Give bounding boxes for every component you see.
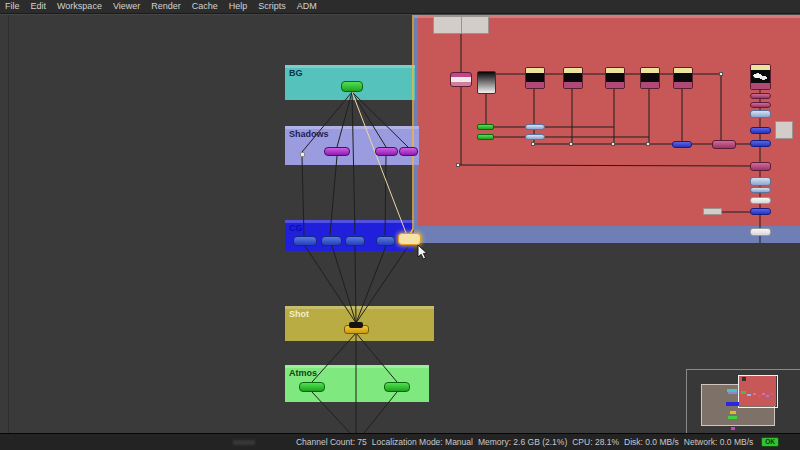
shuffle-blue-2[interactable] xyxy=(525,134,545,140)
read-node-3[interactable] xyxy=(605,67,625,89)
sticky-note-right[interactable] xyxy=(775,121,793,139)
mini-node xyxy=(728,392,737,394)
menu-render[interactable]: Render xyxy=(151,0,181,13)
backdrop-shadows-label: Shadows xyxy=(289,129,329,139)
mini-node xyxy=(730,411,736,414)
shuffle-blue-1[interactable] xyxy=(525,124,545,130)
shadows-node-3[interactable] xyxy=(399,147,418,156)
col-pink-3[interactable] xyxy=(750,162,771,171)
mini-node xyxy=(762,393,765,395)
mini-node xyxy=(726,402,739,406)
mini-node xyxy=(741,391,746,394)
menu-file[interactable]: File xyxy=(5,0,20,13)
mini-node xyxy=(758,395,761,397)
bg-node[interactable] xyxy=(341,81,363,92)
dot-node[interactable] xyxy=(300,152,305,157)
read-thumbnail xyxy=(606,73,624,82)
wire-junction xyxy=(531,142,535,146)
read-node-5[interactable] xyxy=(673,67,693,89)
col-lblue-2[interactable] xyxy=(750,177,771,186)
col-pink-2[interactable] xyxy=(750,102,771,108)
menu-bar: File Edit Workspace Viewer Render Cache … xyxy=(0,0,800,14)
col-lblue-1[interactable] xyxy=(750,110,771,118)
read-footer xyxy=(564,82,582,88)
read-thumbnail xyxy=(564,73,582,82)
shuffle-green-1[interactable] xyxy=(477,124,494,130)
faint-text-artifact xyxy=(233,440,255,445)
read-footer xyxy=(606,82,624,88)
read-thumbnail xyxy=(674,73,692,82)
mini-node xyxy=(747,394,751,396)
sticky-note[interactable] xyxy=(433,16,489,34)
menu-scripts[interactable]: Scripts xyxy=(258,0,286,13)
mouse-cursor xyxy=(417,245,429,261)
node-graph-panel[interactable]: BG Shadows CG Shot Atmos xyxy=(0,14,800,434)
backdrop-shot-label: Shot xyxy=(289,309,309,319)
cg-node-4[interactable] xyxy=(376,236,395,246)
grade-node-2[interactable] xyxy=(712,140,736,149)
backdrop-shadows[interactable]: Shadows xyxy=(285,126,419,165)
read-footer xyxy=(641,82,659,88)
cg-node-2[interactable] xyxy=(321,236,342,246)
read-node-cloud[interactable] xyxy=(750,64,771,90)
status-network: Network: 0.0 MB/s xyxy=(684,437,753,447)
menu-edit[interactable]: Edit xyxy=(31,0,47,13)
atmos-node-1[interactable] xyxy=(299,382,325,392)
sticky-note-bottom[interactable] xyxy=(703,208,722,215)
cg-node-3[interactable] xyxy=(345,236,365,246)
read-thumbnail xyxy=(641,73,659,82)
read-footer xyxy=(526,82,544,88)
menu-viewer[interactable]: Viewer xyxy=(113,0,140,13)
wire-junction xyxy=(719,72,723,76)
mini-node xyxy=(731,427,735,430)
menu-workspace[interactable]: Workspace xyxy=(57,0,102,13)
status-memory: Memory: 2.6 GB (2.1%) xyxy=(478,437,567,447)
cg-node-1[interactable] xyxy=(293,236,317,246)
read-thumbnail xyxy=(526,73,544,82)
mini-node xyxy=(766,395,769,397)
menu-help[interactable]: Help xyxy=(229,0,248,13)
wire-junction xyxy=(646,142,650,146)
shadows-node-2[interactable] xyxy=(375,147,398,156)
shot-node-header xyxy=(349,322,363,328)
cg-output-node-selected[interactable] xyxy=(398,233,421,245)
col-white-1[interactable] xyxy=(750,197,771,204)
col-blue-1[interactable] xyxy=(750,127,771,134)
read-node-1[interactable] xyxy=(525,67,545,89)
menu-adm[interactable]: ADM xyxy=(297,0,317,13)
col-blue-3[interactable] xyxy=(750,208,771,215)
mini-node xyxy=(742,377,746,381)
read-node-2[interactable] xyxy=(563,67,583,89)
status-disk: Disk: 0.0 MB/s xyxy=(624,437,679,447)
dag-navigator[interactable] xyxy=(686,369,800,434)
backdrop-red[interactable] xyxy=(418,15,800,226)
read-footer xyxy=(674,82,692,88)
read-node-4[interactable] xyxy=(640,67,660,89)
merge-node-1[interactable] xyxy=(672,141,692,148)
note-divider xyxy=(461,17,462,33)
status-localization-mode: Localization Mode: Manual xyxy=(372,437,473,447)
status-ok-badge: OK xyxy=(761,437,779,447)
col-lblue-3[interactable] xyxy=(750,187,771,193)
panel-edge-divider xyxy=(8,15,9,434)
col-pink-1[interactable] xyxy=(750,93,771,99)
grade-node[interactable] xyxy=(450,72,472,87)
status-bar: Channel Count: 75 Localization Mode: Man… xyxy=(0,433,800,450)
menu-cache[interactable]: Cache xyxy=(192,0,218,13)
mini-node xyxy=(753,393,756,395)
mini-node xyxy=(770,393,773,395)
read-thumbnail-cloud xyxy=(751,70,770,83)
status-cpu: CPU: 28.1% xyxy=(572,437,619,447)
col-blue-2[interactable] xyxy=(750,140,771,147)
nuke-window: File Edit Workspace Viewer Render Cache … xyxy=(0,0,800,450)
atmos-node-2[interactable] xyxy=(384,382,410,392)
shadows-node-1[interactable] xyxy=(324,147,350,156)
backdrop-cg-label: CG xyxy=(289,223,303,233)
ramp-node[interactable] xyxy=(477,71,496,94)
write-node[interactable] xyxy=(750,228,771,236)
wire-junction xyxy=(611,142,615,146)
wire-junction xyxy=(456,163,460,167)
backdrop-atmos-label: Atmos xyxy=(289,368,317,378)
shuffle-green-2[interactable] xyxy=(477,134,494,140)
status-channel-count: Channel Count: 75 xyxy=(296,437,367,447)
